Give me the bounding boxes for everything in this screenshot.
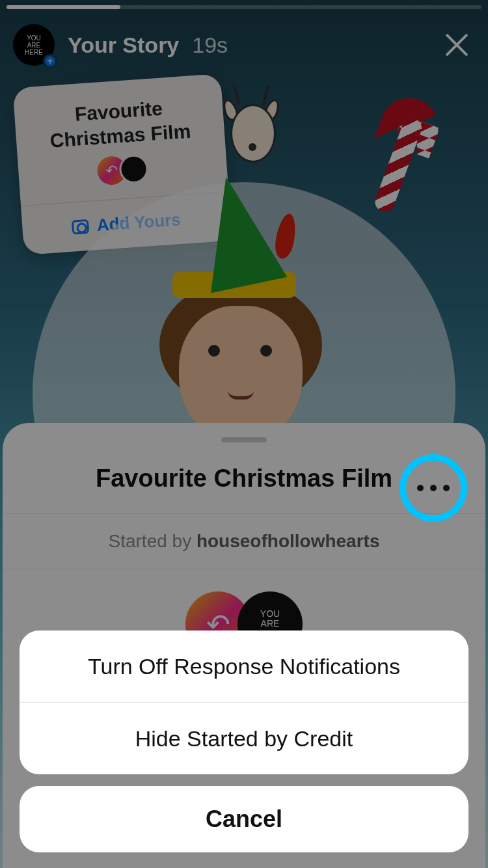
ellipsis-icon <box>443 485 450 491</box>
ellipsis-icon <box>417 485 424 491</box>
hide-started-by-button[interactable]: Hide Started by Credit <box>20 703 468 774</box>
more-options-button[interactable] <box>400 454 467 522</box>
action-sheet-group: Turn Off Response Notifications Hide Sta… <box>20 631 468 774</box>
story-viewer-screen: YOU ARE HERE + Your Story 19s Favourite … <box>0 0 488 868</box>
turn-off-notifications-button[interactable]: Turn Off Response Notifications <box>20 631 468 702</box>
cancel-button[interactable]: Cancel <box>20 786 468 852</box>
action-sheet: Turn Off Response Notifications Hide Sta… <box>20 631 468 852</box>
ellipsis-icon <box>430 485 437 491</box>
